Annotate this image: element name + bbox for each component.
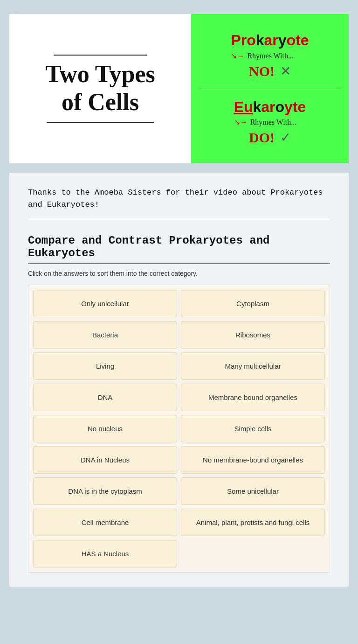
prokaryote-rhymes: ↘→ Rhymes With... — [231, 51, 309, 61]
answer-cell-membrane[interactable]: Cell membrane — [33, 509, 177, 536]
header-section: Two Types of Cells Prokaryote ↘→ Rhymes … — [0, 0, 358, 173]
title-line2: of Cells — [62, 89, 139, 115]
prokaryote-answer: NO! — [249, 62, 275, 81]
answer-cytoplasm[interactable]: Cytoplasm — [181, 290, 325, 317]
arrow-icon: ↘→ — [231, 51, 244, 61]
arrow-icon-2: ↘→ — [234, 117, 248, 127]
answer-membrane-bound-organelles[interactable]: Membrane bound organelles — [181, 384, 325, 411]
mnemonic-divider — [198, 89, 342, 89]
answer-living[interactable]: Living — [33, 352, 177, 380]
prokaryote-rhymes-text: Rhymes With... — [247, 51, 294, 61]
answer-dna-cytoplasm[interactable]: DNA is in the cytoplasm — [33, 477, 177, 505]
title-box: Two Types of Cells — [9, 14, 191, 163]
eukaryote-rhymes: ↘→ Rhymes With... — [234, 117, 306, 127]
answer-simple-cells[interactable]: Simple cells — [181, 415, 325, 442]
answer-animal-plant-protists[interactable]: Animal, plant, protists and fungi cells — [181, 509, 325, 536]
answer-no-membrane-bound-organelles[interactable]: No membrane-bound organelles — [181, 446, 325, 474]
answer-has-nucleus[interactable]: HAS a Nucleus — [33, 540, 177, 567]
answer-some-unicellular[interactable]: Some unicellular — [181, 477, 325, 505]
eukaryote-answer: DO! — [249, 128, 275, 147]
instructions: Click on the answers to sort them into t… — [28, 270, 330, 277]
answer-ribosomes[interactable]: Ribosomes — [181, 321, 325, 349]
eukaryote-mnemonic: Eukaroyte ↘→ Rhymes With... DO! ✓ — [234, 97, 306, 147]
answer-dna-in-nucleus[interactable]: DNA in Nucleus — [33, 446, 177, 474]
compare-title: Compare and Contrast Prokaryotes and Euk… — [28, 234, 330, 264]
prokaryote-mnemonic: Prokaryote ↘→ Rhymes With... NO! ✕ — [231, 30, 309, 81]
prokaryote-word: Prokaryote — [231, 30, 309, 51]
title-line1: Two Types — [45, 61, 155, 87]
mnemonic-box: Prokaryote ↘→ Rhymes With... NO! ✕ Eukar… — [191, 14, 349, 163]
answer-only-unicellular[interactable]: Only unicellular — [33, 290, 177, 317]
eukaryote-rhymes-text: Rhymes With... — [250, 117, 297, 127]
content-section: Thanks to the Amoeba Sisters for their v… — [9, 173, 349, 587]
answer-bacteria[interactable]: Bacteria — [33, 321, 177, 349]
answer-dna[interactable]: DNA — [33, 384, 177, 411]
answer-no-nucleus[interactable]: No nucleus — [33, 415, 177, 442]
eukaryote-word: Eukaroyte — [234, 97, 306, 118]
check-icon: ✓ — [280, 128, 291, 147]
x-icon: ✕ — [280, 62, 291, 80]
answer-many-multicellular[interactable]: Many multicellular — [181, 352, 325, 380]
answers-grid: Only unicellular Cytoplasm Bacteria Ribo… — [28, 285, 330, 573]
thanks-text: Thanks to the Amoeba Sisters for their v… — [28, 187, 330, 220]
page-title: Two Types of Cells — [45, 60, 155, 116]
